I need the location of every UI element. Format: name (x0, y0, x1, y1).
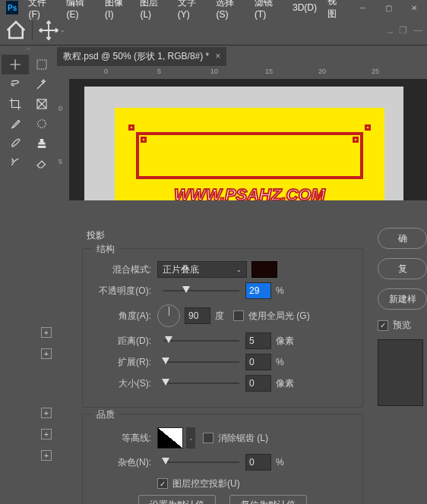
preview-label: 预览 (393, 319, 411, 332)
menu-view[interactable]: 视图 (322, 0, 350, 22)
noise-unit: % (276, 457, 284, 468)
preview-checkbox[interactable] (378, 320, 388, 331)
set-default-button[interactable]: 设置为默认值 (138, 495, 216, 505)
effect-title: 投影 (87, 229, 363, 242)
tab-title: 教程.psd @ 50% (形状 1, RGB/8#) * (63, 50, 209, 63)
menu-3d[interactable]: 3D(D) (287, 1, 322, 14)
spread-label: 扩展(R): (93, 356, 151, 369)
chevron-down-icon: ⌄ (236, 266, 242, 273)
svg-point-2 (38, 120, 46, 128)
add-effect-button[interactable]: + (41, 408, 52, 418)
stamp-tool[interactable] (29, 134, 56, 153)
angle-label: 角度(A): (93, 310, 151, 323)
menu-image[interactable]: 图像(I) (100, 0, 134, 21)
size-input[interactable]: 0 (245, 375, 271, 392)
tab-close-icon[interactable]: × (215, 51, 220, 61)
distance-input[interactable]: 5 (245, 332, 271, 349)
knockout-label: 图层挖空投影(U) (172, 477, 240, 490)
quality-group: 品质 等高线: ⌄ 消除锯齿 (L) 杂色(N): 0 % 图层挖空投影(U) … (82, 414, 363, 504)
global-light-label: 使用全局光 (G) (248, 310, 310, 323)
eyedropper-tool[interactable] (2, 114, 29, 134)
frame-tool[interactable] (29, 94, 56, 114)
home-icon[interactable] (5, 19, 27, 42)
noise-input[interactable]: 0 (245, 454, 271, 471)
doc-restore-icon[interactable]: ❐ (399, 25, 407, 36)
antialias-checkbox[interactable] (203, 433, 214, 443)
history-brush-tool[interactable] (2, 153, 29, 173)
healing-tool[interactable] (29, 114, 56, 134)
canvas-artwork[interactable]: WWW.PSAHZ.COM (115, 108, 384, 206)
brush-tool[interactable] (2, 134, 29, 153)
angle-unit: 度 (215, 310, 224, 323)
window-minimize-icon[interactable]: ─ (350, 1, 375, 14)
doc-min-icon[interactable]: ⎽ (387, 25, 393, 36)
shadow-color-swatch[interactable] (251, 261, 277, 278)
noise-slider[interactable] (163, 461, 239, 463)
document-tab[interactable]: 教程.psd @ 50% (形状 1, RGB/8#) * × (57, 47, 226, 66)
blend-mode-label: 混合模式: (93, 263, 151, 276)
eraser-tool[interactable] (29, 153, 56, 173)
svg-rect-0 (37, 60, 46, 69)
ruler-horizontal: 0 5 10 15 20 25 (69, 67, 427, 79)
preview-thumbnail (378, 339, 423, 406)
blend-mode-select[interactable]: 正片叠底 ⌄ (157, 261, 247, 278)
distance-label: 距离(D): (93, 335, 151, 348)
opacity-unit: % (276, 285, 284, 296)
spread-unit: % (276, 357, 284, 367)
size-label: 大小(S): (93, 377, 151, 390)
add-effect-button[interactable]: + (41, 429, 52, 439)
chevron-down-icon[interactable]: ⌄ (60, 27, 65, 33)
spread-input[interactable]: 0 (245, 354, 271, 370)
magic-wand-tool[interactable] (29, 74, 56, 94)
move-tool-icon[interactable] (37, 19, 60, 42)
marquee-tool[interactable] (29, 55, 56, 74)
contour-picker[interactable] (157, 427, 183, 449)
photoshop-logo-icon: Ps (6, 1, 18, 14)
add-effect-button[interactable]: + (41, 450, 52, 461)
add-effect-button[interactable]: + (41, 327, 52, 338)
toolbox (0, 53, 57, 175)
add-effect-button[interactable]: + (41, 348, 52, 359)
layer-style-dialog: + + + + + 投影 结构 混合模式: 正片叠底 ⌄ 不透明度(O): 29… (0, 200, 427, 504)
window-close-icon[interactable]: ✕ (401, 1, 427, 14)
global-light-checkbox[interactable] (233, 310, 244, 321)
cancel-button[interactable]: 复 (378, 258, 427, 279)
menu-edit[interactable]: 编辑(E) (61, 0, 100, 21)
toolbox-handle[interactable]: ‹‹ (0, 46, 57, 53)
move-tool[interactable] (2, 55, 29, 74)
size-slider[interactable] (163, 383, 239, 384)
menu-filter[interactable]: 滤镜(T) (249, 0, 287, 21)
new-style-button[interactable]: 新建样 (378, 288, 427, 310)
document-tabs: 教程.psd @ 50% (形状 1, RGB/8#) * × (57, 46, 427, 67)
angle-input[interactable]: 90 (185, 307, 210, 324)
lasso-tool[interactable] (2, 74, 29, 94)
distance-slider[interactable] (163, 340, 239, 342)
size-unit: 像素 (276, 377, 294, 390)
crop-tool[interactable] (2, 94, 29, 114)
menu-layer[interactable]: 图层(L) (134, 0, 172, 21)
menu-select[interactable]: 选择(S) (210, 0, 249, 21)
knockout-checkbox[interactable] (157, 478, 168, 489)
quality-label: 品质 (92, 408, 119, 421)
menu-bar: Ps 文件(F) 编辑(E) 图像(I) 图层(L) 文字(Y) 选择(S) 滤… (0, 0, 427, 15)
noise-label: 杂色(N): (93, 456, 151, 469)
doc-close-icon[interactable]: — (413, 25, 422, 36)
menu-type[interactable]: 文字(Y) (172, 0, 211, 21)
antialias-label: 消除锯齿 (L) (218, 432, 268, 445)
menu-file[interactable]: 文件(F) (23, 0, 61, 21)
angle-dial[interactable] (157, 304, 180, 327)
contour-label: 等高线: (93, 432, 151, 445)
canvas-pasteboard: WWW.PSAHZ.COM (84, 87, 403, 216)
contour-dropdown[interactable]: ⌄ (186, 427, 195, 449)
structure-label: 结构 (92, 243, 119, 256)
opacity-label: 不透明度(O): (93, 285, 151, 298)
opacity-slider[interactable] (163, 290, 239, 291)
reset-default-button[interactable]: 复位为默认值 (229, 495, 307, 505)
opacity-input[interactable]: 29 (245, 282, 271, 299)
ok-button[interactable]: 确 (378, 228, 427, 249)
distance-unit: 像素 (276, 335, 294, 348)
structure-group: 结构 混合模式: 正片叠底 ⌄ 不透明度(O): 29 % 角度(A): 90 … (82, 248, 363, 408)
window-maximize-icon[interactable]: ▢ (375, 1, 401, 14)
spread-slider[interactable] (163, 361, 239, 363)
